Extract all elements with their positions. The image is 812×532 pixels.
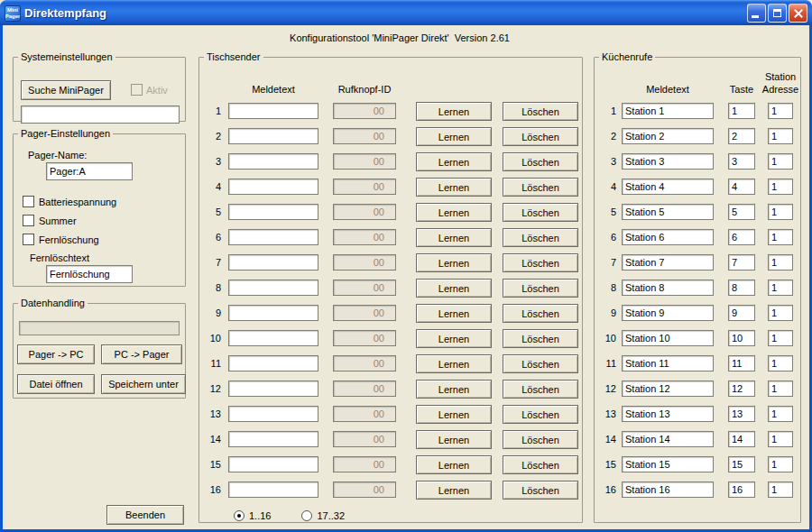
taste-input[interactable] <box>728 103 755 119</box>
adresse-input[interactable] <box>768 355 793 371</box>
lernen-button[interactable]: Lernen <box>416 127 492 146</box>
batteriespannung-checkbox[interactable] <box>23 196 34 207</box>
fernloeschung-checkbox[interactable] <box>23 234 34 245</box>
adresse-input[interactable] <box>768 381 793 397</box>
adresse-input[interactable] <box>768 431 793 447</box>
lernen-button[interactable]: Lernen <box>416 455 492 474</box>
station-meldetext-input[interactable] <box>622 179 714 195</box>
adresse-input[interactable] <box>768 153 793 170</box>
meldetext-input[interactable] <box>228 179 318 195</box>
station-meldetext-input[interactable] <box>622 431 714 447</box>
lernen-button[interactable]: Lernen <box>416 203 492 222</box>
adresse-input[interactable] <box>768 229 793 245</box>
lernen-button[interactable]: Lernen <box>416 405 492 424</box>
minimize-button[interactable] <box>747 4 766 23</box>
adresse-input[interactable] <box>768 254 793 271</box>
titlebar[interactable]: Mini Pager Direktempfang <box>0 0 812 25</box>
station-meldetext-input[interactable] <box>622 103 714 119</box>
adresse-input[interactable] <box>768 280 793 296</box>
station-meldetext-input[interactable] <box>622 254 714 271</box>
radio-item-1-16[interactable]: 1..16 <box>234 510 271 521</box>
radio-1-16[interactable] <box>234 510 245 521</box>
radio-17-32[interactable] <box>301 510 312 521</box>
station-meldetext-input[interactable] <box>622 280 714 296</box>
meldetext-input[interactable] <box>228 280 318 296</box>
meldetext-input[interactable] <box>228 381 318 397</box>
station-meldetext-input[interactable] <box>622 153 714 170</box>
adresse-input[interactable] <box>768 305 793 321</box>
meldetext-input[interactable] <box>228 431 318 447</box>
taste-input[interactable] <box>728 229 755 245</box>
station-meldetext-input[interactable] <box>622 305 714 321</box>
adresse-input[interactable] <box>768 456 793 472</box>
taste-input[interactable] <box>728 204 755 220</box>
taste-input[interactable] <box>728 330 755 346</box>
loeschen-button[interactable]: Löschen <box>503 481 578 500</box>
lernen-button[interactable]: Lernen <box>416 178 492 197</box>
meldetext-input[interactable] <box>228 330 318 346</box>
station-meldetext-input[interactable] <box>622 482 714 498</box>
taste-input[interactable] <box>728 254 755 271</box>
taste-input[interactable] <box>728 431 755 447</box>
station-meldetext-input[interactable] <box>622 229 714 245</box>
adresse-input[interactable] <box>768 482 793 498</box>
taste-input[interactable] <box>728 381 755 397</box>
taste-input[interactable] <box>728 179 755 195</box>
taste-input[interactable] <box>728 406 755 422</box>
lernen-button[interactable]: Lernen <box>416 228 492 247</box>
close-button[interactable] <box>789 4 807 23</box>
station-meldetext-input[interactable] <box>622 381 714 397</box>
loeschen-button[interactable]: Löschen <box>503 228 578 247</box>
lernen-button[interactable]: Lernen <box>416 380 492 399</box>
loeschen-button[interactable]: Löschen <box>503 455 578 474</box>
station-meldetext-input[interactable] <box>622 128 714 144</box>
loeschen-button[interactable]: Löschen <box>503 152 578 171</box>
taste-input[interactable] <box>728 355 755 371</box>
summer-checkbox[interactable] <box>23 215 34 226</box>
loeschen-button[interactable]: Löschen <box>503 329 578 348</box>
lernen-button[interactable]: Lernen <box>416 253 492 272</box>
lernen-button[interactable]: Lernen <box>416 430 492 449</box>
adresse-input[interactable] <box>768 179 793 195</box>
adresse-input[interactable] <box>768 406 793 422</box>
pager-to-pc-button[interactable]: Pager -> PC <box>17 344 95 364</box>
lernen-button[interactable]: Lernen <box>416 304 492 323</box>
loeschen-button[interactable]: Löschen <box>503 279 578 298</box>
loeschen-button[interactable]: Löschen <box>503 430 578 449</box>
lernen-button[interactable]: Lernen <box>416 152 492 171</box>
meldetext-input[interactable] <box>228 406 318 422</box>
lernen-button[interactable]: Lernen <box>416 102 492 121</box>
loeschen-button[interactable]: Löschen <box>503 304 578 323</box>
taste-input[interactable] <box>728 305 755 321</box>
adresse-input[interactable] <box>768 128 793 144</box>
meldetext-input[interactable] <box>228 128 318 144</box>
adresse-input[interactable] <box>768 103 793 119</box>
meldetext-input[interactable] <box>228 103 318 119</box>
system-search-field[interactable] <box>21 105 180 124</box>
meldetext-input[interactable] <box>228 482 318 498</box>
loeschen-button[interactable]: Löschen <box>503 102 578 121</box>
lernen-button[interactable]: Lernen <box>416 279 492 298</box>
station-meldetext-input[interactable] <box>622 355 714 371</box>
loeschen-button[interactable]: Löschen <box>503 380 578 399</box>
loeschen-button[interactable]: Löschen <box>503 354 578 373</box>
taste-input[interactable] <box>728 280 755 296</box>
loeschen-button[interactable]: Löschen <box>503 178 578 197</box>
meldetext-input[interactable] <box>228 229 318 245</box>
lernen-button[interactable]: Lernen <box>416 329 492 348</box>
station-meldetext-input[interactable] <box>622 456 714 472</box>
suche-minipager-button[interactable]: Suche MiniPager <box>21 80 111 100</box>
station-meldetext-input[interactable] <box>622 330 714 346</box>
taste-input[interactable] <box>728 153 755 170</box>
meldetext-input[interactable] <box>228 254 318 271</box>
meldetext-input[interactable] <box>228 456 318 472</box>
maximize-button[interactable] <box>768 4 787 23</box>
loeschen-button[interactable]: Löschen <box>503 127 578 146</box>
loeschen-button[interactable]: Löschen <box>503 405 578 424</box>
datei-oeffnen-button[interactable]: Datei öffnen <box>17 374 95 394</box>
meldetext-input[interactable] <box>228 153 318 170</box>
taste-input[interactable] <box>728 456 755 472</box>
radio-item-17-32[interactable]: 17..32 <box>301 510 345 521</box>
pc-to-pager-button[interactable]: PC -> Pager <box>101 344 182 364</box>
station-meldetext-input[interactable] <box>622 204 714 220</box>
